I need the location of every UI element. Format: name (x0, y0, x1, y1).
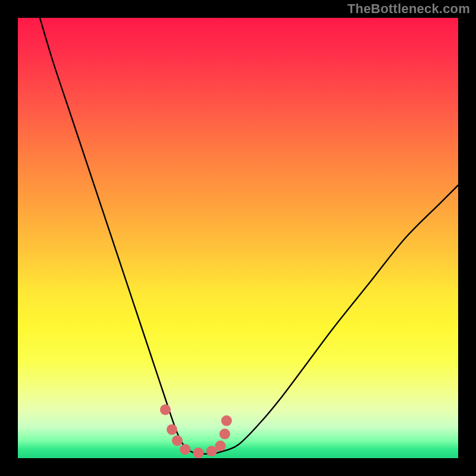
curve-overlay (18, 18, 458, 458)
bottleneck-curve-path (40, 18, 458, 454)
marker-dot (160, 405, 171, 415)
marker-dot (220, 428, 230, 439)
attribution-label: TheBottleneck.com (347, 1, 470, 17)
chart-root: TheBottleneck.com (0, 0, 476, 476)
plot-area (18, 18, 458, 458)
marker-dot (221, 415, 232, 426)
marker-group (160, 405, 232, 458)
marker-dot (167, 424, 177, 435)
marker-dot (215, 440, 226, 451)
marker-dot (172, 435, 183, 446)
marker-dot (193, 447, 203, 458)
marker-dot (180, 444, 190, 455)
